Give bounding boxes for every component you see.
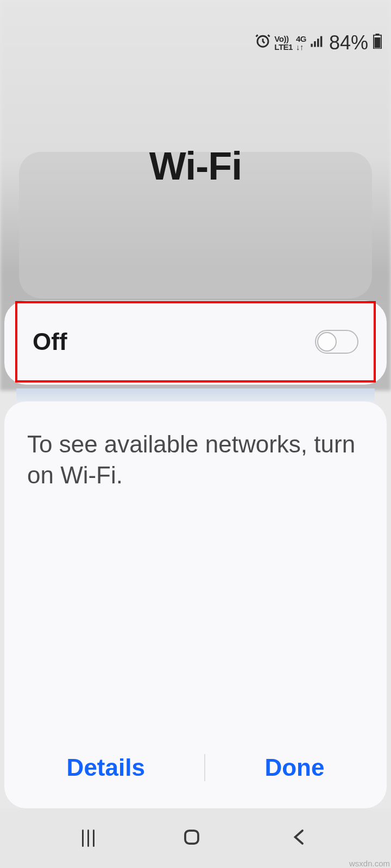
svg-rect-8 [185, 831, 198, 844]
back-button[interactable] [289, 827, 309, 849]
svg-rect-4 [320, 36, 323, 47]
info-message: To see available networks, turn on Wi‑Fi… [27, 429, 364, 490]
battery-icon [373, 33, 382, 53]
button-divider [204, 754, 205, 781]
svg-rect-3 [317, 39, 319, 47]
watermark: wsxdn.com [349, 859, 390, 868]
alarm-icon [255, 33, 271, 53]
action-row: Details Done [4, 743, 387, 792]
details-button[interactable]: Details [45, 743, 167, 792]
wifi-toggle-label: Off [33, 328, 67, 355]
toggle-knob [317, 332, 337, 352]
battery-percent: 84% [329, 31, 368, 54]
wifi-toggle-row[interactable]: Off [15, 301, 376, 382]
home-button[interactable] [182, 827, 201, 849]
volte-indicator: Vo)) LTE1 [274, 35, 293, 51]
svg-rect-2 [314, 41, 316, 47]
info-card: To see available networks, turn on Wi‑Fi… [4, 401, 387, 808]
svg-rect-7 [375, 37, 381, 48]
svg-rect-1 [311, 43, 313, 47]
done-button[interactable]: Done [243, 743, 346, 792]
recents-button[interactable] [82, 829, 94, 847]
wifi-toggle-switch[interactable] [315, 330, 358, 354]
data-indicator: 4G ↓↑ [296, 35, 306, 51]
status-bar: Vo)) LTE1 4G ↓↑ 84% [255, 31, 382, 54]
navigation-bar [0, 808, 391, 868]
signal-icon [310, 33, 325, 53]
page-title: Wi‑Fi [0, 144, 391, 188]
